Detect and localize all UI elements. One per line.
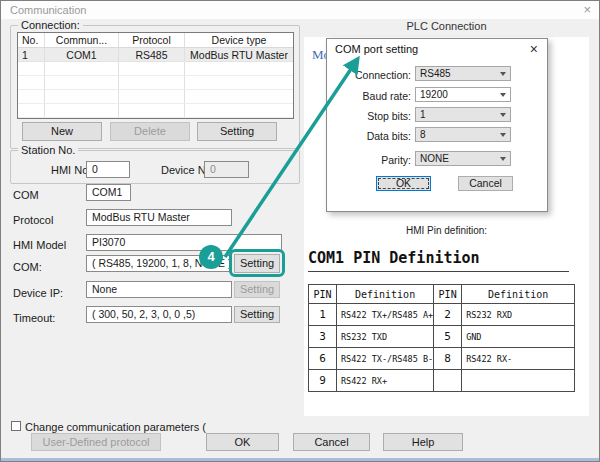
col-protocol: Protocol bbox=[119, 33, 185, 47]
connection-dropdown-value: RS485 bbox=[420, 68, 451, 79]
stop-bits-value: 1 bbox=[420, 109, 426, 120]
col-device-type: Device type bbox=[185, 33, 293, 47]
data-bits-label: Data bits: bbox=[327, 130, 411, 142]
baud-rate-label: Baud rate: bbox=[327, 90, 411, 102]
com-port-setting-dialog: COM port setting × Connection: RS485 Bau… bbox=[326, 38, 548, 212]
setting-button-timeout[interactable]: Setting bbox=[234, 306, 280, 323]
pin-col: PIN bbox=[309, 285, 337, 304]
cell-no: 1 bbox=[18, 48, 45, 61]
title-bar: Communication × bbox=[1, 1, 599, 19]
table-row[interactable]: 1 COM1 RS485 ModBus RTU Master bbox=[18, 48, 293, 62]
pin-table-title: COM1 PIN Definition bbox=[308, 249, 569, 272]
com-value: COM1 bbox=[86, 184, 131, 201]
baud-rate-dropdown[interactable]: 19200 bbox=[415, 87, 511, 102]
pin-table-header: PIN Definition PIN Definition bbox=[309, 285, 575, 304]
empty-row bbox=[18, 62, 293, 76]
com-label: COM bbox=[13, 189, 39, 201]
setting-button-device-ip: Setting bbox=[234, 281, 280, 298]
step-badge: 4 bbox=[199, 245, 223, 269]
window-close-icon[interactable]: × bbox=[583, 2, 591, 17]
cancel-button[interactable]: Cancel bbox=[293, 433, 370, 451]
col-no: No. bbox=[18, 33, 45, 47]
change-params-checkbox[interactable] bbox=[11, 421, 21, 431]
protocol-value: ModBus RTU Master bbox=[86, 209, 232, 226]
station-group-label: Station No. bbox=[18, 144, 78, 156]
pin-definition-table: PIN Definition PIN Definition 1RS422 TX+… bbox=[308, 284, 575, 392]
chevron-down-icon bbox=[500, 72, 506, 76]
connection-table-header: No. Commun... Protocol Device type bbox=[18, 33, 293, 48]
setting-button-connection[interactable]: Setting bbox=[197, 122, 277, 141]
cell-device-type: ModBus RTU Master bbox=[185, 48, 293, 61]
hmi-model-label: HMI Model bbox=[13, 239, 66, 251]
connection-dropdown-label: Connection: bbox=[327, 69, 411, 81]
chevron-down-icon bbox=[500, 157, 506, 161]
protocol-label: Protocol bbox=[13, 214, 53, 226]
connection-dropdown[interactable]: RS485 bbox=[415, 66, 511, 81]
cell-protocol: RS485 bbox=[119, 48, 185, 61]
chevron-down-icon bbox=[500, 93, 506, 97]
pin-row: 3RS232 TXD 5GND bbox=[309, 326, 575, 348]
hmi-no-input[interactable]: 0 bbox=[86, 161, 130, 178]
empty-row bbox=[18, 104, 293, 118]
pin-row: 1RS422 TX+/RS485 A+ 2RS232 RXD bbox=[309, 304, 575, 326]
definition-col: Definition bbox=[462, 285, 575, 304]
com-params-label: COM: bbox=[13, 261, 42, 273]
stop-bits-dropdown[interactable]: 1 bbox=[415, 107, 511, 122]
hmi-model-value: PI3070 bbox=[86, 234, 282, 251]
dialog-cancel-button[interactable]: Cancel bbox=[458, 176, 513, 191]
device-ip-value: None bbox=[86, 281, 232, 298]
dialog-ok-button[interactable]: OK bbox=[376, 176, 431, 191]
pin-row: 9RS422 RX+ bbox=[309, 370, 575, 392]
setting-button-com[interactable]: Setting bbox=[234, 254, 280, 273]
chevron-down-icon bbox=[500, 113, 506, 117]
change-params-label: Change communication parameters ( bbox=[25, 421, 206, 433]
connection-group-label: Connection: bbox=[18, 19, 83, 31]
help-button[interactable]: Help bbox=[383, 433, 463, 451]
col-commun: Commun... bbox=[45, 33, 119, 47]
data-bits-dropdown[interactable]: 8 bbox=[415, 127, 511, 142]
communication-window: Communication × Connection: No. Commun..… bbox=[0, 0, 600, 462]
hmi-pin-definition-caption: HMI Pin definition: bbox=[304, 225, 589, 236]
device-no-input: 0 bbox=[204, 161, 249, 178]
definition-col: Definition bbox=[337, 285, 434, 304]
connection-table[interactable]: No. Commun... Protocol Device type 1 COM… bbox=[17, 32, 294, 119]
baud-rate-value: 19200 bbox=[420, 89, 448, 100]
new-button[interactable]: New bbox=[22, 122, 102, 141]
timeout-label: Timeout: bbox=[13, 312, 55, 324]
timeout-value: ( 300, 50, 2, 3, 0, 0 ,5) bbox=[86, 306, 232, 323]
data-bits-value: 8 bbox=[420, 129, 426, 140]
chevron-down-icon bbox=[500, 133, 506, 137]
dialog-title: COM port setting bbox=[335, 43, 418, 55]
pin-col: PIN bbox=[434, 285, 462, 304]
window-title: Communication bbox=[10, 4, 86, 16]
plc-connection-header: PLC Connection bbox=[304, 20, 589, 32]
dialog-close-icon[interactable]: × bbox=[530, 41, 538, 57]
empty-row bbox=[18, 90, 293, 104]
delete-button: Delete bbox=[110, 122, 190, 141]
empty-row bbox=[18, 76, 293, 90]
ok-button[interactable]: OK bbox=[206, 433, 279, 451]
parity-label: Parity: bbox=[327, 154, 411, 166]
parity-value: NONE bbox=[420, 153, 449, 164]
bottom-edge-strip bbox=[1, 458, 600, 462]
stop-bits-label: Stop bits: bbox=[327, 110, 411, 122]
user-defined-protocol-button: User-Defined protocol bbox=[31, 433, 161, 451]
device-ip-label: Device IP: bbox=[13, 287, 63, 299]
parity-dropdown[interactable]: NONE bbox=[415, 151, 511, 166]
pin-row: 6RS422 TX-/RS485 B- 8RS422 RX- bbox=[309, 348, 575, 370]
cell-commun: COM1 bbox=[45, 48, 119, 61]
